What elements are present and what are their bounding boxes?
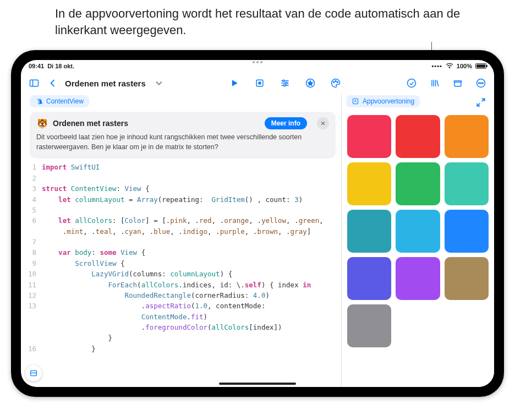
code-line[interactable] (42, 205, 341, 215)
close-icon[interactable] (317, 117, 329, 129)
sidebar-toggle-icon[interactable] (26, 75, 42, 91)
info-card-title: Ordenen met rasters (53, 119, 128, 128)
svg-marker-3 (232, 80, 238, 87)
code-line[interactable]: ForEach(allColors.indices, id: \.self) {… (42, 280, 341, 290)
multitask-dots[interactable] (250, 61, 265, 64)
line-number: 4 (26, 194, 42, 205)
line-number: 1 (26, 162, 42, 172)
color-swatch[interactable] (445, 115, 489, 158)
line-number: 12 (26, 290, 42, 301)
svg-point-17 (408, 79, 416, 88)
line-number (26, 226, 42, 237)
svg-line-21 (437, 80, 439, 86)
more-menu-icon[interactable] (473, 75, 489, 91)
archive-icon[interactable] (450, 75, 465, 91)
run-button[interactable] (227, 75, 242, 91)
preview-color-grid (342, 111, 494, 387)
expand-icon[interactable] (473, 95, 489, 110)
code-line[interactable]: .mint, .teal, .cyan, .blue, .indigo, .pu… (42, 226, 341, 237)
line-number: 8 (26, 247, 42, 258)
file-tab-label: ContentView (46, 97, 84, 105)
svg-point-14 (333, 82, 335, 83)
line-number: 2 (26, 173, 42, 183)
color-swatch[interactable] (347, 257, 391, 300)
app-preview-icon: A (352, 97, 359, 105)
ipad-screen: 09:41 Di 18 okt. •••• 100% Ordenen met r… (21, 60, 494, 387)
code-line[interactable]: } (42, 343, 341, 354)
color-swatch[interactable] (347, 115, 391, 158)
line-number: 10 (26, 269, 42, 279)
line-number: 5 (26, 205, 42, 215)
code-line[interactable] (42, 237, 341, 247)
battery-icon (475, 63, 486, 69)
color-swatch[interactable] (396, 115, 440, 158)
svg-point-25 (480, 83, 481, 84)
step-button[interactable] (252, 75, 267, 91)
color-swatch[interactable] (396, 162, 440, 205)
checkmark-circle-icon[interactable] (404, 75, 419, 91)
code-line[interactable]: struct ContentView: View { (42, 183, 341, 194)
svg-point-11 (284, 85, 286, 86)
svg-rect-1 (30, 80, 39, 87)
preview-tab[interactable]: A Appvoorvertoning (346, 95, 420, 107)
code-line[interactable]: var body: some View { (42, 247, 341, 258)
line-number (26, 312, 42, 322)
info-card-body: Dit voorbeeld laat zien hoe je inhoud ku… (36, 133, 329, 152)
document-title[interactable]: Ordenen met rasters (65, 79, 146, 88)
wifi-icon (446, 63, 453, 70)
home-indicator[interactable] (219, 383, 296, 385)
preview-pane: A Appvoorvertoning (341, 94, 494, 387)
status-date: Di 18 okt. (47, 63, 74, 69)
code-line[interactable]: let allColors: [Color] = [.pink, .red, .… (42, 215, 341, 226)
back-button[interactable] (45, 75, 61, 91)
palette-icon[interactable] (328, 75, 343, 91)
ipad-device-frame: 09:41 Di 18 okt. •••• 100% Ordenen met r… (11, 50, 504, 397)
code-line[interactable]: ScrollView { (42, 258, 341, 269)
color-swatch[interactable] (347, 162, 391, 205)
app-toolbar: Ordenen met rasters (21, 72, 494, 94)
chevron-down-icon[interactable] (151, 75, 167, 91)
svg-point-0 (449, 68, 450, 69)
color-swatch[interactable] (445, 257, 489, 300)
color-swatch[interactable] (445, 162, 489, 205)
line-number: 13 (26, 301, 42, 311)
more-info-button[interactable]: Meer info (265, 117, 307, 129)
svg-point-10 (286, 83, 287, 84)
star-badge-icon[interactable] (303, 75, 318, 91)
code-line[interactable]: } (42, 332, 341, 343)
line-number (26, 332, 42, 343)
svg-point-15 (335, 81, 336, 82)
code-line[interactable] (42, 173, 341, 183)
line-number: 11 (26, 280, 42, 290)
code-line[interactable]: import SwiftUI (42, 162, 341, 172)
line-number: 6 (26, 215, 42, 226)
settings-sliders-icon[interactable] (277, 75, 293, 91)
color-swatch[interactable] (396, 257, 440, 300)
svg-point-9 (283, 80, 284, 82)
battery-percent: 100% (457, 63, 472, 69)
library-icon[interactable] (427, 75, 442, 91)
file-tab[interactable]: ContentView (30, 95, 89, 107)
svg-marker-13 (308, 81, 313, 85)
line-number: 3 (26, 183, 42, 194)
svg-rect-22 (454, 81, 461, 83)
color-swatch[interactable] (396, 210, 440, 253)
svg-point-24 (479, 83, 480, 84)
code-line[interactable]: .aspectRatio(1.0, contentMode: (42, 301, 341, 311)
code-editor[interactable]: 1import SwiftUI23struct ContentView: Vie… (26, 162, 341, 387)
line-number: 16 (26, 343, 42, 354)
color-swatch[interactable] (445, 210, 489, 253)
color-swatch[interactable] (347, 210, 391, 253)
line-number (26, 322, 42, 332)
code-line[interactable]: let columnLayout = Array(repeating: Grid… (42, 194, 341, 205)
preview-tab-label: Appvoorvertoning (363, 97, 414, 105)
svg-point-5 (259, 82, 261, 84)
info-card: 🐯 Ordenen met rasters Meer info Dit voor… (30, 112, 336, 159)
color-swatch[interactable] (347, 304, 391, 347)
code-line[interactable]: LazyVGrid(columns: columnLayout) { (42, 269, 341, 279)
code-line[interactable]: .foregroundColor(allColors[index]) (42, 322, 341, 332)
code-line[interactable]: RoundedRectangle(cornerRadius: 4.0) (42, 290, 341, 301)
code-line[interactable]: ContentMode.fit) (42, 312, 341, 322)
svg-text:A: A (354, 100, 357, 103)
line-number: 7 (26, 237, 42, 247)
